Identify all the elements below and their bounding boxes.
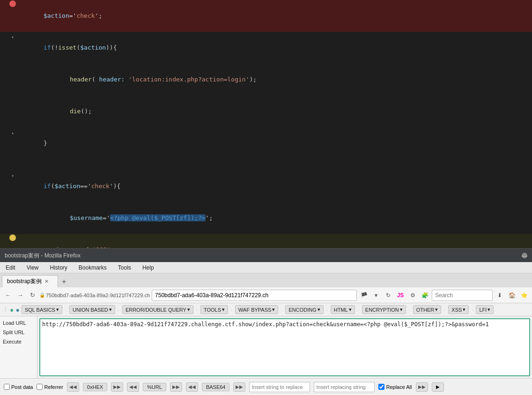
browser-tab[interactable]: bootstrap案例 ✕ bbox=[2, 275, 58, 287]
code-content bbox=[20, 160, 532, 170]
fold-icon: ▾ bbox=[9, 171, 16, 181]
url-encode-btn[interactable]: %URL bbox=[143, 383, 166, 391]
post-data-checkbox[interactable]: Post data bbox=[4, 384, 33, 390]
tab-bar: bootstrap案例 ✕ + bbox=[0, 273, 532, 287]
replace-right-arrow[interactable]: ▶▶ bbox=[416, 382, 428, 392]
execute-replace-btn[interactable]: ▶ bbox=[432, 382, 444, 392]
tools-btn[interactable]: TOOLS▾ bbox=[200, 305, 228, 314]
fold-icon: ▾ bbox=[9, 32, 16, 43]
search-input[interactable] bbox=[432, 290, 493, 301]
hex-left-arrow[interactable]: ◀◀ bbox=[67, 382, 79, 392]
code-line: ▾ if($action=='check'){ bbox=[0, 170, 532, 202]
replacing-string-input[interactable] bbox=[314, 382, 375, 392]
execute-button[interactable]: Execute bbox=[0, 337, 37, 346]
browser-window: bootstrap案例 - Mozilla Firefox — Edit Vie… bbox=[0, 248, 532, 395]
toolbar-green-dot: ● bbox=[10, 306, 14, 314]
code-content: if($action=='check'){ bbox=[20, 171, 532, 202]
code-line: header( header: 'location:index.php?acti… bbox=[0, 64, 532, 95]
forward-button[interactable]: → bbox=[15, 290, 25, 300]
base64-left-arrow[interactable]: ◀◀ bbox=[186, 382, 198, 392]
union-based-btn[interactable]: UNION BASED▾ bbox=[69, 305, 115, 314]
gutter bbox=[0, 0, 20, 7]
hex-encode-btn[interactable]: 0xHEX bbox=[83, 383, 107, 391]
base64-right-arrow[interactable]: ▶▶ bbox=[233, 382, 245, 392]
code-content: if(!isset($action)){ bbox=[20, 32, 532, 63]
chevron-down-icon: ▾ bbox=[349, 307, 352, 313]
minimize-button[interactable]: — bbox=[522, 253, 527, 258]
sql-basics-btn[interactable]: SQL BASICS▾ bbox=[22, 305, 62, 314]
replace-all-checkbox[interactable]: Replace All bbox=[378, 384, 412, 390]
gutter: ▾ bbox=[0, 32, 20, 43]
reload-button[interactable]: ↻ bbox=[27, 290, 37, 300]
menu-view[interactable]: View bbox=[25, 263, 41, 272]
gutter: ▴ bbox=[0, 128, 20, 138]
tab-label: bootstrap案例 bbox=[7, 278, 42, 285]
bookmark-icon[interactable]: ⭐ bbox=[519, 290, 529, 300]
url-right-arrow[interactable]: ▶▶ bbox=[170, 382, 182, 392]
url-left-arrow[interactable]: ◀◀ bbox=[127, 382, 139, 392]
menu-edit[interactable]: Edit bbox=[4, 263, 17, 272]
code-line: ▾ if(!isset($action)){ bbox=[0, 32, 532, 64]
waf-bypass-btn[interactable]: WAF BYPASS▾ bbox=[235, 305, 278, 314]
code-content: $username='<?php @eval($_POST[zf]);?>'; bbox=[34, 203, 532, 234]
lfi-btn[interactable]: LFI▾ bbox=[476, 305, 494, 314]
url-textarea[interactable]: http://750bdbd7-ada6-403a-89a2-9d121f747… bbox=[39, 318, 530, 376]
bottom-bar: Post data Referrer ◀◀ 0xHEX ▶▶ ◀◀ %URL ▶… bbox=[0, 378, 532, 395]
code-content: die(); bbox=[34, 96, 532, 127]
tab-close-button[interactable]: ✕ bbox=[44, 278, 49, 285]
split-url-button[interactable]: Split URL bbox=[0, 328, 37, 337]
chevron-down-icon: ▾ bbox=[187, 307, 190, 313]
addon-icon[interactable]: 🧩 bbox=[420, 290, 430, 300]
referrer-checkbox[interactable]: Referrer bbox=[37, 384, 63, 390]
left-panel: Load URL Split URL Execute bbox=[0, 316, 37, 378]
other-btn[interactable]: OTHER▾ bbox=[413, 305, 442, 314]
encoding-btn[interactable]: ENCODING▾ bbox=[285, 305, 323, 314]
gutter: ▾ bbox=[0, 171, 20, 181]
download-icon[interactable]: ⬇ bbox=[495, 290, 505, 300]
menu-help[interactable]: Help bbox=[140, 263, 156, 272]
chevron-down-icon: ▾ bbox=[109, 307, 112, 313]
insert-replace-input[interactable] bbox=[249, 382, 310, 392]
code-line: die(); bbox=[0, 95, 532, 127]
error-double-query-btn[interactable]: ERROR/DOUBLE QUERY▾ bbox=[122, 305, 193, 314]
browser-titlebar: bootstrap案例 - Mozilla Firefox — bbox=[0, 249, 532, 262]
refresh-icon[interactable]: ↻ bbox=[383, 290, 393, 300]
flag-icon: 🏴 bbox=[359, 290, 369, 300]
menu-tools[interactable]: Tools bbox=[116, 263, 133, 272]
xss-btn[interactable]: XSS▾ bbox=[448, 305, 469, 314]
address-input[interactable] bbox=[152, 290, 357, 301]
toolbar-dots: ⋮ bbox=[3, 307, 8, 313]
fold-icon: ▴ bbox=[9, 128, 16, 138]
menu-history[interactable]: History bbox=[48, 263, 69, 272]
address-text: 750bdbd7-ada6-403a-89a2-9d121f747229.ch bbox=[46, 293, 150, 298]
address-bar-row: ← → ↻ 🔒 750bdbd7-ada6-403a-89a2-9d121f74… bbox=[0, 287, 532, 303]
encryption-btn[interactable]: ENCRYPTION▾ bbox=[362, 305, 406, 314]
base64-encode-btn[interactable]: BASE64 bbox=[202, 383, 230, 391]
code-content: $password='222'; bbox=[20, 234, 532, 248]
back-button[interactable]: ← bbox=[3, 290, 13, 300]
new-tab-button[interactable]: + bbox=[58, 276, 70, 287]
html-btn[interactable]: HTML▾ bbox=[331, 305, 355, 314]
url-input-area: http://750bdbd7-ada6-403a-89a2-9d121f747… bbox=[37, 316, 532, 378]
content-area: Load URL Split URL Execute http://750bdb… bbox=[0, 316, 532, 378]
code-line: $username='<?php @eval($_POST[zf]);?>'; bbox=[0, 202, 532, 234]
code-content: header( header: 'location:index.php?acti… bbox=[34, 64, 532, 95]
code-line: ▴ } bbox=[0, 127, 532, 159]
chevron-down-icon: ▾ bbox=[56, 307, 59, 313]
chevron-down-icon: ▾ bbox=[272, 307, 275, 313]
chevron-down-icon: ▾ bbox=[463, 307, 466, 313]
dropdown-arrow[interactable]: ▾ bbox=[371, 290, 381, 300]
code-line: $password='222'; bbox=[0, 234, 532, 248]
sql-toolbar: ⋮ ● ● SQL BASICS▾ · UNION BASED▾ · ERROR… bbox=[0, 303, 532, 316]
menu-bookmarks[interactable]: Bookmarks bbox=[77, 263, 109, 272]
browser-menu: Edit View History Bookmarks Tools Help bbox=[0, 262, 532, 273]
home-icon[interactable]: 🏠 bbox=[507, 290, 517, 300]
hex-right-arrow[interactable]: ▶▶ bbox=[111, 382, 123, 392]
chevron-down-icon: ▾ bbox=[488, 307, 490, 313]
breakpoint-icon bbox=[9, 0, 16, 7]
chevron-down-icon: ▾ bbox=[400, 307, 403, 313]
chevron-down-icon: ▾ bbox=[222, 307, 225, 313]
load-url-button[interactable]: Load URL bbox=[0, 318, 37, 328]
gear-icon[interactable]: ⚙ bbox=[407, 290, 418, 300]
code-editor: $action='check'; ▾ if(!isset($action)){ … bbox=[0, 0, 532, 248]
